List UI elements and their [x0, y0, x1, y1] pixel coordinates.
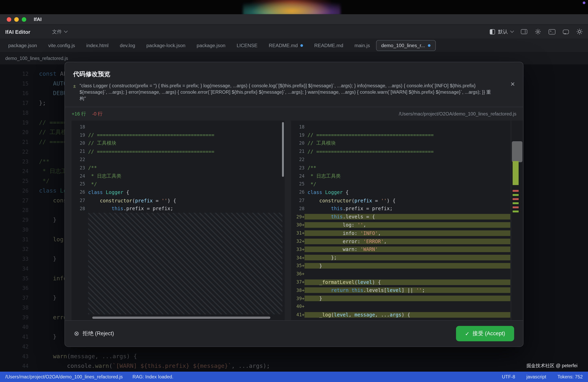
file-menu[interactable]: 文件 — [52, 28, 67, 35]
statusbar: /Users/mac/project/O2OA/demo_100_lines_r… — [0, 372, 588, 382]
theme-icon — [490, 29, 495, 34]
removed-lines-count: -0 行 — [92, 111, 103, 117]
code-line-19: 19// ===================================… — [72, 131, 285, 139]
titlebar: IfAI — [0, 14, 588, 25]
line-number: 24 — [291, 173, 305, 179]
layout-panel-icon — [521, 29, 527, 34]
left-pane-vertical-scrollbar[interactable] — [282, 122, 284, 177]
code-line-33: 33+ warn: 'WARN' — [291, 245, 510, 253]
chevron-down-icon — [510, 29, 514, 33]
chat-button[interactable] — [563, 29, 569, 34]
line-number: 21 — [72, 149, 85, 154]
code-line-21: 21// ===================================… — [291, 148, 510, 156]
line-number: 20 — [291, 141, 305, 146]
minimap-removed-mark — [513, 206, 519, 208]
reject-button[interactable]: ⊗ 拒绝 (Reject) — [74, 330, 114, 337]
zoom-window-button[interactable] — [22, 17, 26, 21]
diff-minimap[interactable] — [512, 121, 523, 320]
code-line-41: 41+ _log(level, message, ...args) { — [291, 311, 510, 319]
tab-vite-config-js[interactable]: vite.config.js — [43, 40, 80, 51]
line-number: 19 — [72, 133, 85, 138]
modified-dot — [300, 44, 303, 47]
code-line-26: 26class Logger { — [291, 188, 510, 196]
tab-readme-md[interactable]: README.md — [309, 40, 348, 51]
tab-package-json[interactable]: package.json — [3, 40, 42, 51]
code-line-36: 36+ — [291, 270, 510, 278]
tab-label: LICENSE — [237, 43, 257, 48]
tab-demo-100-lines-r[interactable]: demo_100_lines_r... — [376, 40, 436, 51]
code-line-39: 39+ } — [291, 294, 510, 303]
line-number: 26 — [291, 190, 305, 195]
tab-license[interactable]: LICENSE — [231, 40, 263, 51]
settings-button[interactable] — [535, 29, 541, 35]
tab-package-json[interactable]: package.json — [191, 40, 231, 51]
reject-label: 拒绝 (Reject) — [83, 330, 114, 337]
tab-package-lock-json[interactable]: package-lock.json — [141, 40, 191, 51]
terminal-icon — [549, 29, 555, 34]
tab-readme-md[interactable]: README.md — [264, 40, 308, 51]
minimap-added-mark — [513, 202, 519, 204]
minimap-viewport-thumb[interactable] — [512, 141, 522, 162]
code-line-31: 31+ info: 'INFO', — [291, 229, 510, 237]
close-icon[interactable]: × — [510, 80, 515, 88]
diff-right-code: 1819// =================================… — [291, 121, 510, 320]
accept-button[interactable]: ✓ 接受 (Accept) — [456, 326, 514, 341]
theme-toggle-button[interactable] — [576, 29, 583, 35]
line-number: 27 — [72, 198, 85, 203]
line-number: 35+ — [291, 263, 305, 268]
code-line-26: 26class Logger { — [72, 188, 285, 196]
breadcrumb: demo_100_lines_refactored.js — [5, 56, 68, 61]
diff-right-pane: 1819// =================================… — [291, 121, 510, 320]
tab-main-js[interactable]: main.js — [349, 40, 375, 51]
tab-dev-log[interactable]: dev.log — [115, 40, 140, 51]
code-line-21: 21// ===================================… — [72, 148, 285, 156]
desktop-wallpaper-art — [243, 0, 341, 14]
tab-label: README.md — [269, 43, 298, 48]
line-number: 27 — [291, 198, 305, 203]
line-number: 18 — [72, 124, 85, 130]
chat-bubble-icon — [563, 29, 569, 34]
line-number: 18 — [291, 124, 305, 130]
added-lines-count: +16 行 — [72, 111, 86, 117]
line-number: 37+ — [291, 280, 305, 285]
line-number: 31+ — [291, 230, 305, 236]
close-window-button[interactable] — [7, 17, 11, 21]
theme-picker[interactable]: 默认 — [490, 28, 513, 35]
split-layout-button[interactable] — [521, 29, 527, 34]
app-window: IfAI IfAI Editor 文件 默认 — [0, 0, 588, 382]
menubar: IfAI Editor 文件 默认 — [0, 25, 588, 39]
left-pane-horizontal-scrollbar[interactable] — [92, 316, 270, 319]
app-title: IfAI Editor — [5, 29, 30, 35]
line-number: 28 — [291, 206, 305, 211]
code-line-42: 42+ const levelPrefix = this._formatLeve… — [291, 319, 510, 320]
reject-circle-x-icon: ⊗ — [74, 330, 79, 337]
minimap-added-block — [513, 161, 519, 185]
minimap-removed-mark — [513, 198, 519, 200]
statusbar-encoding[interactable]: UTF-8 — [502, 374, 515, 379]
line-number: 21 — [291, 149, 305, 154]
line-number: 30+ — [291, 222, 305, 228]
diff-left-pane: 1819// =================================… — [72, 121, 285, 320]
code-line-27: 27 constructor(prefix = '') { — [72, 196, 285, 205]
file-menu-label: 文件 — [52, 28, 62, 35]
line-number: 36+ — [291, 271, 305, 277]
code-line-22: 22 — [291, 155, 510, 164]
minimize-window-button[interactable] — [14, 17, 19, 21]
minimap-added-mark — [513, 194, 519, 196]
statusbar-language[interactable]: javascript — [526, 374, 546, 379]
screen-scaler: IfAI IfAI Editor 文件 默认 — [0, 0, 588, 382]
code-line-22: 22 — [72, 155, 285, 164]
terminal-button[interactable] — [549, 29, 555, 34]
toolbar-icons: 默认 — [490, 28, 583, 35]
code-change-preview-modal: 代码修改预览 ± "class Logger { constructor(pre… — [64, 62, 524, 347]
code-line-34: 34+ }; — [291, 253, 510, 262]
code-line-24: 24 * 日志工具类 — [72, 172, 285, 180]
tab-index-html[interactable]: index.html — [81, 40, 114, 51]
code-line-35: 35+ } — [291, 262, 510, 270]
statusbar-tokens: Tokens: 752 — [557, 374, 583, 379]
code-line-23: 23/** — [291, 164, 510, 172]
line-number: 29+ — [291, 214, 305, 219]
code-line-18: 18 — [291, 123, 510, 131]
notification-dot — [583, 1, 585, 4]
statusbar-rag-status: RAG: Index loaded. — [133, 374, 174, 379]
